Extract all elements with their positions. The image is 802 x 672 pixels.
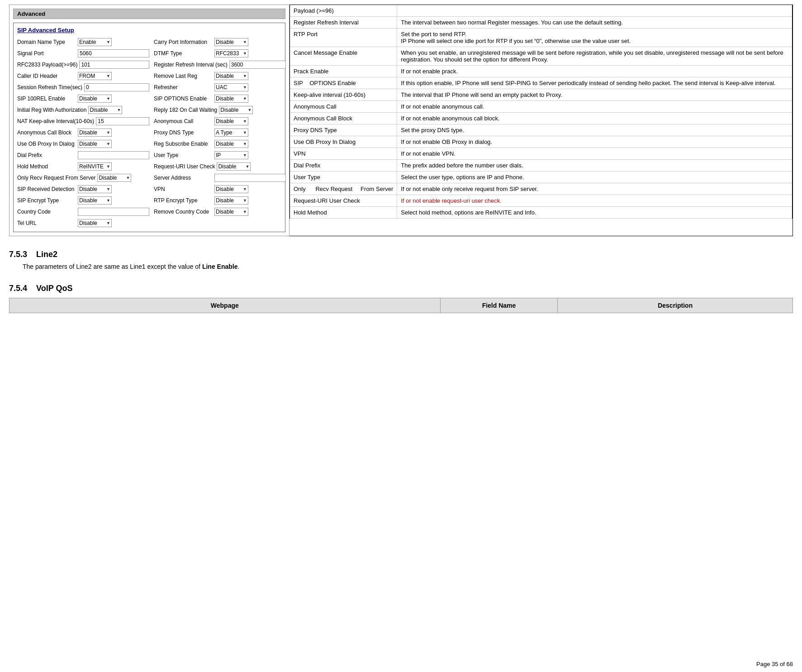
form-row: SIP Received Detection Disable ▼ <box>17 184 149 194</box>
dial-prefix-input[interactable] <box>78 151 149 159</box>
refresher-select[interactable]: UAC ▼ <box>214 83 248 91</box>
select-value: RFC2833 <box>216 50 242 57</box>
ob-proxy-select[interactable]: Disable ▼ <box>78 140 112 148</box>
chevron-down-icon: ▼ <box>106 74 110 78</box>
domain-name-type-select[interactable]: Enable ▼ <box>78 38 112 46</box>
table-row: Anonymous Call If or not enable anonymou… <box>290 101 793 113</box>
table-row: VPN If or not enable VPN. <box>290 148 793 160</box>
chevron-down-icon: ▼ <box>243 187 247 191</box>
description-header: Description <box>558 298 793 313</box>
initial-reg-select[interactable]: Disable ▼ <box>88 106 122 114</box>
form-row: Only Recv Request From Server Disable ▼ <box>17 173 149 183</box>
select-value: Disable <box>216 197 242 204</box>
form-row: SIP Encrypt Type Disable ▼ <box>17 195 149 205</box>
sip-options-enable-select[interactable]: Disable ▼ <box>214 95 248 103</box>
select-value: Disable <box>216 186 242 192</box>
field-name: Dial Prefix <box>290 160 397 172</box>
form-row: Use OB Proxy In Dialog Disable ▼ <box>17 139 149 149</box>
remove-country-code-select[interactable]: Disable ▼ <box>214 208 248 216</box>
signal-port-input[interactable] <box>78 49 149 57</box>
field-label: SIP 100REL Enable <box>17 95 76 102</box>
chevron-down-icon: ▼ <box>243 96 247 101</box>
select-value: Disable <box>79 220 105 226</box>
hold-method-select[interactable]: ReINVITE ▼ <box>78 162 112 171</box>
register-refresh-interval-input[interactable] <box>229 61 286 69</box>
user-type-select[interactable]: IP ▼ <box>214 151 248 159</box>
field-label: Remove Country Code <box>154 209 213 215</box>
form-row: NAT Keep-alive Interval(10-60s) <box>17 116 149 126</box>
chevron-down-icon: ▼ <box>243 198 247 203</box>
select-value: Disable <box>216 141 242 147</box>
form-row: DTMF Type RFC2833 ▼ <box>154 48 286 58</box>
form-row: SIP OPTIONS Enable Disable ▼ <box>154 94 286 104</box>
field-description: Set the proxy DNS type. <box>397 124 793 136</box>
vpn-select[interactable]: Disable ▼ <box>214 185 248 193</box>
chevron-down-icon: ▼ <box>243 40 247 44</box>
field-name: Anonymous Call Block <box>290 113 397 124</box>
proxy-dns-type-select[interactable]: A Type ▼ <box>214 129 248 137</box>
select-value: Disable <box>79 141 105 147</box>
sip-encrypt-type-select[interactable]: Disable ▼ <box>78 196 112 205</box>
field-label: Use OB Proxy In Dialog <box>17 141 76 147</box>
table-row: User Type Select the user type, options … <box>290 172 793 183</box>
field-label: Domain Name Type <box>17 39 76 45</box>
rtp-encrypt-select[interactable]: Disable ▼ <box>214 196 248 205</box>
field-label: Only Recv Request From Server <box>17 175 95 181</box>
session-refresh-time-input[interactable] <box>84 83 149 91</box>
reg-subscribe-select[interactable]: Disable ▼ <box>214 140 248 148</box>
select-value: ReINVITE <box>79 163 105 170</box>
dtmf-type-select[interactable]: RFC2833 ▼ <box>214 49 248 57</box>
page-number: Page 35 of 68 <box>756 661 793 667</box>
sip-received-detection-select[interactable]: Disable ▼ <box>78 185 112 193</box>
field-label: Anonymous Call Block <box>17 129 76 136</box>
chevron-down-icon: ▼ <box>106 221 110 225</box>
field-name: Prack Enable <box>290 66 397 77</box>
reply-182-select[interactable]: Disable ▼ <box>219 106 253 114</box>
field-label: Anonymous Call <box>154 118 213 124</box>
nat-keepalive-input[interactable] <box>96 117 149 125</box>
section-753: 7.5.3 Line2 The parameters of Line2 are … <box>9 250 793 270</box>
select-value: Disable <box>79 95 105 102</box>
tel-url-select[interactable]: Disable ▼ <box>78 219 112 227</box>
anon-call-block-select[interactable]: Disable ▼ <box>78 129 112 137</box>
field-label: User Type <box>154 152 213 158</box>
field-label: Proxy DNS Type <box>154 129 213 136</box>
sip-100rel-select[interactable]: Disable ▼ <box>78 95 112 103</box>
caller-id-header-select[interactable]: FROM ▼ <box>78 72 112 80</box>
chevron-down-icon: ▼ <box>106 96 110 101</box>
select-value: Disable <box>216 118 242 124</box>
table-row: Payload (>=96) <box>290 5 793 17</box>
remove-last-reg-select[interactable]: Disable ▼ <box>214 72 248 80</box>
table-row: Register Refresh Interval The interval b… <box>290 17 793 29</box>
field-label: Server Address <box>154 175 213 181</box>
field-description <box>397 5 793 17</box>
chevron-down-icon: ▼ <box>106 164 110 169</box>
field-description: If or not enable prack. <box>397 66 793 77</box>
table-row: Proxy DNS Type Set the proxy DNS type. <box>290 124 793 136</box>
chevron-down-icon: ▼ <box>106 130 110 135</box>
select-value: Disable <box>79 186 105 192</box>
field-name: RTP Port <box>290 29 397 47</box>
field-name: Use OB Proxy In Dialog <box>290 136 397 148</box>
field-description: If or not enable VPN. <box>397 148 793 160</box>
country-code-input[interactable] <box>78 208 149 216</box>
chevron-down-icon: ▼ <box>243 142 247 146</box>
field-description: If or not enable anonymous call block. <box>397 113 793 124</box>
section-754: 7.5.4 VoIP QoS <box>9 284 793 293</box>
form-row: Refresher UAC ▼ <box>154 82 286 92</box>
field-label: Request-URI User Check <box>154 163 215 170</box>
chevron-down-icon: ▼ <box>243 74 247 78</box>
form-row: Domain Name Type Enable ▼ <box>17 37 149 47</box>
anonymous-call-select[interactable]: Disable ▼ <box>214 117 248 125</box>
table-row: Only Recv Request From Server If or not … <box>290 183 793 195</box>
carry-port-select[interactable]: Disable ▼ <box>214 38 248 46</box>
section-753-heading: 7.5.3 Line2 <box>9 250 793 259</box>
form-row: Hold Method ReINVITE ▼ <box>17 162 149 172</box>
chevron-down-icon: ▼ <box>243 85 247 90</box>
form-row: Proxy DNS Type A Type ▼ <box>154 128 286 138</box>
request-uri-user-check-select[interactable]: Disable ▼ <box>217 162 251 171</box>
description-table: Payload (>=96) Register Refresh Interval… <box>289 5 793 219</box>
server-address-input[interactable] <box>214 174 286 182</box>
rfc2833-payload-input[interactable] <box>79 61 149 69</box>
only-recv-select[interactable]: Disable ▼ <box>97 174 131 182</box>
